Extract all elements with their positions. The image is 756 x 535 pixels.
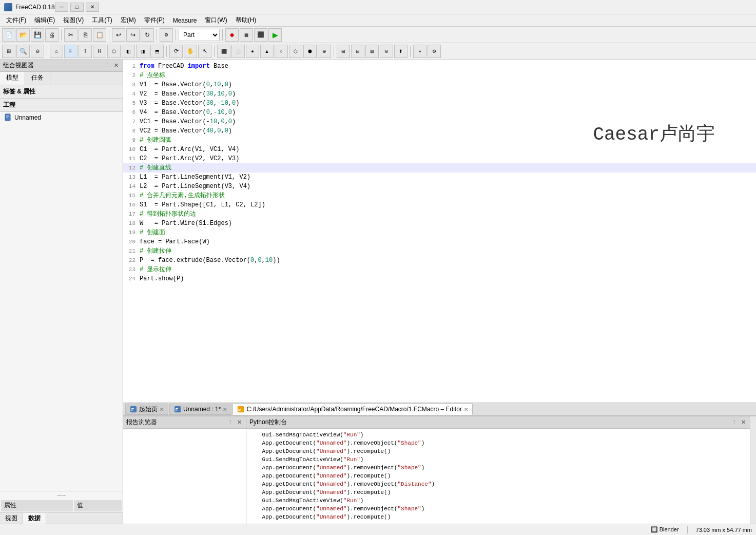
front-btn[interactable]: F xyxy=(64,45,77,58)
stop-btn[interactable]: ■ xyxy=(240,28,253,42)
right-btn[interactable]: R xyxy=(93,45,106,58)
cut-btn[interactable]: ✂ xyxy=(64,28,77,42)
code-line-12: 12# 创建直线 xyxy=(123,163,756,173)
tree-item-unnamed[interactable]: Unnamed xyxy=(0,112,123,123)
line-content-17: # 得到拓扑形状的边 xyxy=(140,209,756,219)
more-btn[interactable]: » xyxy=(413,45,427,58)
report-close-btn[interactable]: ✕ xyxy=(236,419,243,426)
console-line-7: App.getDocument("Unnamed").recompute() xyxy=(248,488,748,496)
shape-btn7[interactable]: ⬟ xyxy=(303,45,317,58)
report-menu-btn[interactable]: ⋮ xyxy=(226,419,234,426)
svg-text:M: M xyxy=(238,408,242,412)
fit-all-btn[interactable]: ⊞ xyxy=(2,45,15,58)
rotate-btn[interactable]: ⟳ xyxy=(169,45,183,58)
line-num-11: 11 xyxy=(123,154,140,163)
minimize-btn[interactable]: ─ xyxy=(55,3,68,12)
line-content-23: # 显示拉伸 xyxy=(140,265,756,274)
model-task-tabs: 模型 任务 xyxy=(0,72,123,85)
line-content-19: # 创建面 xyxy=(140,228,756,237)
menu-macro[interactable]: 宏(M) xyxy=(117,15,140,26)
menu-measure[interactable]: Measure xyxy=(169,16,201,25)
line-content-12: # 创建直线 xyxy=(140,163,756,173)
bool-btn5[interactable]: ⬆ xyxy=(394,45,408,58)
shape-btn5[interactable]: ○ xyxy=(275,45,288,58)
console-close-btn[interactable]: ✕ xyxy=(740,419,747,426)
scrollbar[interactable] xyxy=(750,416,756,524)
status-bar: 🔲 Blender 73.03 mm x 54.77 mm xyxy=(0,524,756,535)
shape-btn8[interactable]: ⊕ xyxy=(318,45,331,58)
new-btn[interactable]: 📄 xyxy=(2,28,15,42)
shape-btn1[interactable]: ⬛ xyxy=(217,45,230,58)
menu-tools[interactable]: 工具(T) xyxy=(88,15,116,26)
redo-btn[interactable]: ↪ xyxy=(126,28,140,42)
code-editor[interactable]: Caesar卢尚宇 1from FreeCAD import Base2# 点坐… xyxy=(123,60,756,403)
iso-btn[interactable]: ⬡ xyxy=(107,45,121,58)
shape-btn3[interactable]: ● xyxy=(246,45,259,58)
bool-btn1[interactable]: ⊞ xyxy=(337,45,350,58)
console-line-2: App.getDocument("Unnamed").recompute() xyxy=(248,447,748,455)
console-content[interactable]: Gui.SendMsgToActiveView("Run") App.getDo… xyxy=(246,429,750,524)
menu-window[interactable]: 窗口(W) xyxy=(201,15,231,26)
tab-task[interactable]: 任务 xyxy=(25,72,50,85)
maximize-btn[interactable]: □ xyxy=(70,3,84,12)
play-btn[interactable]: ▶ xyxy=(268,28,282,42)
menu-part[interactable]: 零件(P) xyxy=(140,15,169,26)
report-content[interactable] xyxy=(123,429,246,524)
tab-model[interactable]: 模型 xyxy=(0,72,25,85)
line-num-1: 1 xyxy=(123,62,140,71)
console-menu-btn[interactable]: ⋮ xyxy=(730,419,738,426)
menu-help[interactable]: 帮助(H) xyxy=(231,15,261,26)
shape-btn6[interactable]: ⬡ xyxy=(289,45,302,58)
run-btn[interactable]: ● xyxy=(225,28,239,42)
tab-macro-close[interactable]: ✕ xyxy=(464,407,468,412)
top2-btn[interactable]: ⬒ xyxy=(150,45,164,58)
left-panel: 组合视图器 ⋮ ✕ 模型 任务 标签 & 属性 工程 Unnamed ----- xyxy=(0,60,123,524)
line-num-15: 15 xyxy=(123,191,140,200)
tab-unnamed[interactable]: F Unnamed : 1* ✕ xyxy=(169,404,231,415)
print-btn[interactable]: 🖨 xyxy=(45,28,59,42)
tab-unnamed-close[interactable]: ✕ xyxy=(223,407,227,412)
menu-file[interactable]: 文件(F) xyxy=(2,15,30,26)
panel-menu-btn[interactable]: ⋮ xyxy=(103,62,111,69)
paste-btn[interactable]: 📋 xyxy=(93,28,106,42)
tab-start-page[interactable]: F 起始页 ✕ xyxy=(125,404,168,415)
workbench-dropdown[interactable]: Part Sketcher Draft xyxy=(179,29,220,41)
tab-macro-editor[interactable]: M C:/Users/Administrator/AppData/Roaming… xyxy=(232,404,472,415)
bool-btn4[interactable]: ⊝ xyxy=(380,45,393,58)
code-line-9: 9# 创建圆弧 xyxy=(123,136,756,145)
copy-btn[interactable]: ⎘ xyxy=(79,28,92,42)
bool-btn3[interactable]: ⊠ xyxy=(365,45,379,58)
prop-col-val: 值 xyxy=(74,500,122,511)
select-btn[interactable]: ↖ xyxy=(198,45,211,58)
tab-start-close[interactable]: ✕ xyxy=(160,407,164,412)
tab-view[interactable]: 视图 xyxy=(0,513,23,524)
bool-btn2[interactable]: ⊟ xyxy=(351,45,364,58)
left-btn[interactable]: ◧ xyxy=(122,45,135,58)
top-btn[interactable]: T xyxy=(79,45,92,58)
undo-btn[interactable]: ↩ xyxy=(112,28,125,42)
save-btn[interactable]: 💾 xyxy=(31,28,44,42)
refresh-btn[interactable]: ↻ xyxy=(141,28,154,42)
tab-data[interactable]: 数据 xyxy=(23,513,46,524)
menu-edit[interactable]: 编辑(E) xyxy=(30,15,59,26)
close-btn[interactable]: ✕ xyxy=(86,3,99,12)
shape-btn2[interactable]: ⬜ xyxy=(231,45,245,58)
home-btn[interactable]: ⌂ xyxy=(50,45,63,58)
menu-view[interactable]: 视图(V) xyxy=(59,15,88,26)
line-content-1: from FreeCAD import Base xyxy=(140,62,756,71)
open-btn[interactable]: 📂 xyxy=(16,28,30,42)
pan-btn[interactable]: ✋ xyxy=(184,45,197,58)
macro-btn[interactable]: ⚙ xyxy=(160,28,173,42)
panel-close-btn[interactable]: ✕ xyxy=(113,62,120,69)
code-line-7: 7VC1 = Base.Vector(-10,0,0) xyxy=(123,117,756,126)
settings-btn[interactable]: ⚙ xyxy=(428,45,441,58)
console-line-9: App.getDocument("Unnamed").removeObject(… xyxy=(248,505,748,513)
prop-col-attr: 属性 xyxy=(1,500,73,511)
zoom-out-btn[interactable]: ⊖ xyxy=(31,45,44,58)
label-project: 工程 xyxy=(0,99,123,112)
shape-btn4[interactable]: ▲ xyxy=(260,45,274,58)
record-btn[interactable]: ⬛ xyxy=(254,28,267,42)
properties-table: 属性 值 xyxy=(0,499,123,512)
right2-btn[interactable]: ◨ xyxy=(136,45,149,58)
zoom-in-btn[interactable]: 🔍 xyxy=(16,45,30,58)
